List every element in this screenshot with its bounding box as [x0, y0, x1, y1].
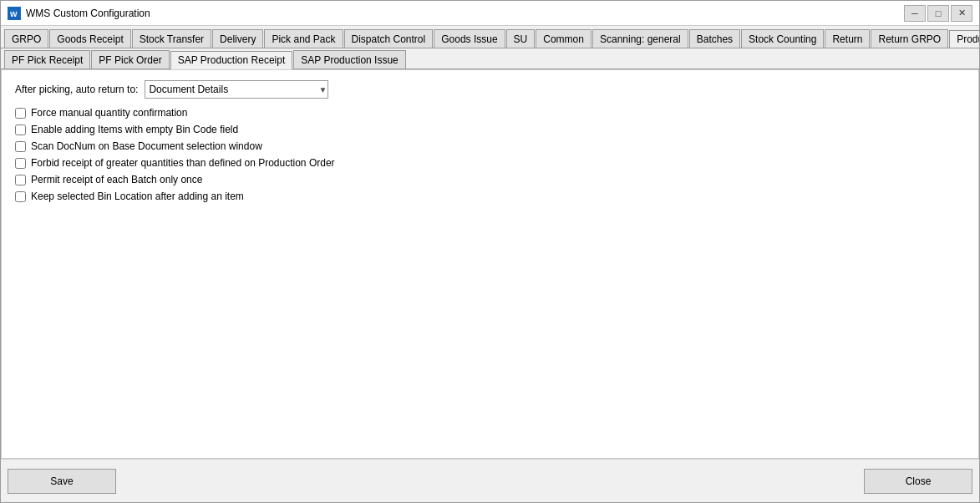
tab-goods-issue[interactable]: Goods Issue — [434, 29, 505, 48]
tab-delivery[interactable]: Delivery — [212, 29, 263, 48]
tab-stock-transfer[interactable]: Stock Transfer — [132, 29, 211, 48]
tab-grpo[interactable]: GRPO — [4, 29, 48, 48]
tab-batches[interactable]: Batches — [689, 29, 740, 48]
tab-stock-counting[interactable]: Stock Counting — [741, 29, 824, 48]
close-button[interactable]: Close — [864, 469, 972, 494]
save-button[interactable]: Save — [8, 469, 116, 494]
checkbox-force-manual[interactable] — [15, 108, 26, 119]
tabs-row2: PF Pick ReceiptPF Pick OrderSAP Producti… — [1, 48, 979, 69]
subtab-pf-pick-receipt[interactable]: PF Pick Receipt — [4, 50, 90, 69]
checkbox-row-keep-selected: Keep selected Bin Location after adding … — [15, 191, 965, 202]
tabs-row1: GRPOGoods ReceiptStock TransferDeliveryP… — [1, 26, 979, 48]
maximize-button[interactable]: □ — [927, 5, 949, 22]
checkbox-label-force-manual: Force manual quantity confirmation — [31, 107, 187, 119]
checkbox-permit-receipt[interactable] — [15, 175, 26, 185]
tab-su[interactable]: SU — [506, 29, 536, 48]
checkbox-row-permit-receipt: Permit receipt of each Batch only once — [15, 174, 965, 185]
window-title: WMS Custom Configuration — [26, 8, 904, 19]
subtab-sap-production-receipt[interactable]: SAP Production Receipt — [170, 51, 293, 69]
checkbox-label-enable-adding: Enable adding Items with empty Bin Code … — [31, 124, 238, 135]
checkbox-row-forbid-receipt: Forbid receipt of greater quantities tha… — [15, 157, 965, 169]
window-close-button[interactable]: ✕ — [951, 5, 972, 22]
checkbox-enable-adding[interactable] — [15, 124, 26, 135]
after-picking-label: After picking, auto return to: — [15, 84, 138, 95]
after-picking-row: After picking, auto return to: Document … — [15, 80, 965, 99]
checkbox-keep-selected[interactable] — [15, 191, 26, 202]
checkbox-forbid-receipt[interactable] — [15, 158, 26, 169]
app-icon: W — [8, 7, 21, 20]
checkbox-label-forbid-receipt: Forbid receipt of greater quantities tha… — [31, 157, 335, 169]
tab-return-grpo[interactable]: Return GRPO — [871, 29, 948, 48]
checkbox-scan-docnum[interactable] — [15, 141, 26, 152]
dropdown-wrapper: Document DetailsMain MenuBase Document S… — [145, 80, 328, 99]
checkbox-label-scan-docnum: Scan DocNum on Base Document selection w… — [31, 140, 262, 152]
tab-pick-and-pack[interactable]: Pick and Pack — [264, 29, 343, 48]
tab-common[interactable]: Common — [536, 29, 592, 48]
checkbox-label-permit-receipt: Permit receipt of each Batch only once — [31, 174, 202, 185]
tab-production[interactable]: Production — [949, 30, 979, 48]
checkboxes-container: Force manual quantity confirmationEnable… — [15, 107, 965, 202]
content-area: After picking, auto return to: Document … — [1, 69, 979, 459]
checkbox-row-force-manual: Force manual quantity confirmation — [15, 107, 965, 119]
checkbox-row-enable-adding: Enable adding Items with empty Bin Code … — [15, 124, 965, 135]
minimize-button[interactable]: ─ — [904, 5, 926, 22]
tab-dispatch-control[interactable]: Dispatch Control — [344, 29, 434, 48]
main-window: W WMS Custom Configuration ─ □ ✕ GRPOGoo… — [0, 0, 980, 503]
tab-scanning-general[interactable]: Scanning: general — [592, 29, 688, 48]
tab-goods-receipt[interactable]: Goods Receipt — [49, 29, 130, 48]
svg-text:W: W — [10, 10, 18, 18]
auto-return-dropdown[interactable]: Document DetailsMain MenuBase Document S… — [145, 80, 328, 99]
title-bar: W WMS Custom Configuration ─ □ ✕ — [1, 1, 979, 26]
subtab-sap-production-issue[interactable]: SAP Production Issue — [293, 50, 406, 69]
window-controls: ─ □ ✕ — [904, 5, 972, 22]
checkbox-label-keep-selected: Keep selected Bin Location after adding … — [31, 191, 244, 202]
tab-return[interactable]: Return — [825, 29, 870, 48]
checkbox-row-scan-docnum: Scan DocNum on Base Document selection w… — [15, 140, 965, 152]
subtab-pf-pick-order[interactable]: PF Pick Order — [91, 50, 169, 69]
bottom-bar: Save Close — [1, 459, 979, 502]
